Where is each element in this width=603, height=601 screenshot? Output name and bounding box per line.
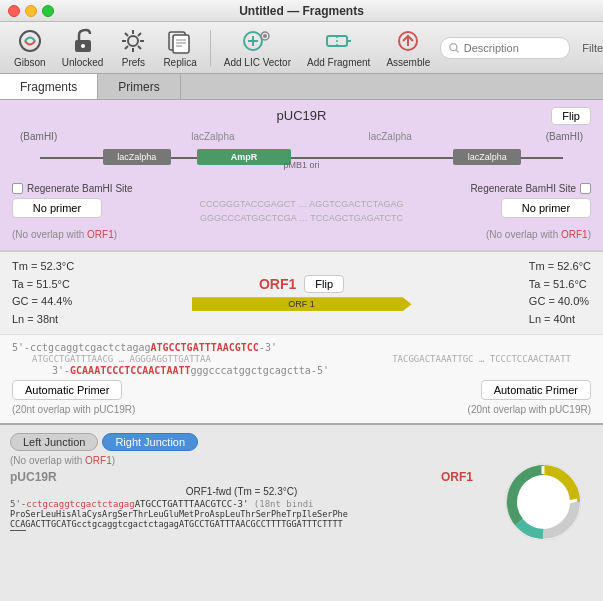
add-lic-vector-label: Add LIC Vector xyxy=(224,57,291,68)
left-junction-tab[interactable]: Left Junction xyxy=(10,433,98,451)
svg-line-31 xyxy=(569,500,577,502)
tab-primers[interactable]: Primers xyxy=(98,74,180,99)
orf-center: ORF1 Flip ORF 1 xyxy=(82,275,521,311)
junction-overlap-link: ORF1 xyxy=(85,455,112,466)
auto-primer-right-button[interactable]: Automatic Primer xyxy=(481,380,591,400)
fragment-name: pUC19R xyxy=(277,108,327,123)
lacz-right-label: lacZalpha xyxy=(368,131,411,142)
fragment-header: pUC19R Flip xyxy=(12,108,591,123)
orf-arrow-row: ORF 1 xyxy=(192,297,412,311)
svg-point-2 xyxy=(81,44,85,48)
search-icon xyxy=(449,42,459,54)
svg-point-32 xyxy=(521,480,565,524)
auto-primer-row: Automatic Primer Automatic Primer xyxy=(12,380,591,400)
junction-left-name: pUC19R xyxy=(10,470,57,484)
regenerate-row: Regenerate BamHI Site Regenerate BamHI S… xyxy=(12,183,591,194)
junction-aa-line2: CCAGACTTGCATGcctgcaggtcgactctagagATGCCTG… xyxy=(10,519,473,529)
junction-seq-red: cctgcaggtcgactctagag xyxy=(26,499,134,509)
prefs-button[interactable]: Prefs xyxy=(113,24,153,71)
assemble-label: Assemble xyxy=(386,57,430,68)
orf-name: ORF1 xyxy=(259,276,296,292)
toolbar-sep-1 xyxy=(210,30,211,66)
svg-point-21 xyxy=(263,34,267,38)
seq-line-3: 3'-GCAAATCCCTCCAACTAATTgggcccatggctgcagc… xyxy=(12,365,591,376)
svg-line-27 xyxy=(456,49,459,52)
junction-primer-label: ORF1-fwd (Tm = 52.3°C) xyxy=(10,486,473,497)
pmb1-label: pMB1 ori xyxy=(283,160,319,170)
lacz-right-block: lacZalpha xyxy=(453,149,521,165)
junction-aa-line1: ProSerLeuHisAlaCysArgSerThrLeuGluMetProA… xyxy=(10,509,473,519)
overlap-right: (No overlap with ORF1) xyxy=(486,229,591,240)
add-fragment-button[interactable]: Add Fragment xyxy=(301,24,376,71)
minimize-button[interactable] xyxy=(25,5,37,17)
orf-flip-button[interactable]: Flip xyxy=(304,275,344,293)
titlebar: Untitled — Fragments xyxy=(0,0,603,22)
seq-red-1: ATGCCTGATTTAACGTCC xyxy=(150,342,258,353)
assemble-button[interactable]: Assemble xyxy=(380,24,436,71)
overlap-bottom-left: (20nt overlap with pUC19R) xyxy=(12,404,135,415)
search-box[interactable] xyxy=(440,37,570,59)
seq-dots-left-1: ATGCCTGATTTAACG … AGGGAGGTTGATTAA xyxy=(32,354,211,364)
regen-right: Regenerate BamHI Site xyxy=(470,183,591,194)
gene-map: (BamHI) lacZalpha lacZalpha (BamHI) lacZ… xyxy=(20,131,583,179)
tm-right: Tm = 52.6°C xyxy=(529,258,591,276)
add-fragment-label: Add Fragment xyxy=(307,57,370,68)
svg-point-3 xyxy=(128,36,138,46)
junction-seq-line1: 5'-cctgcaggtcgactctagagATGCCTGATTTAACGTC… xyxy=(10,499,473,509)
unlocked-button[interactable]: Unlocked xyxy=(56,24,110,71)
close-button[interactable] xyxy=(8,5,20,17)
auto-primer-left-button[interactable]: Automatic Primer xyxy=(12,380,122,400)
regen-right-checkbox[interactable] xyxy=(580,183,591,194)
primer-seq-line1: CCCGGGTACCGAGCT … AGGTCGACTCTAGAG xyxy=(199,198,403,212)
tabbar: Fragments Primers xyxy=(0,74,603,100)
svg-rect-13 xyxy=(173,35,189,53)
junction-seq-black: ATGCCTGATTTAACGTCC-3' xyxy=(135,499,249,509)
overlap-left: (No overlap with ORF1) xyxy=(12,229,117,240)
primer-row-top: No primer CCCGGGTACCGAGCT … AGGTCGACTCTA… xyxy=(12,198,591,225)
assemble-icon xyxy=(394,27,422,55)
bamhi-left-label: (BamHI) xyxy=(20,131,57,142)
lacz-left-block: lacZalpha xyxy=(103,149,171,165)
ln-left: Ln = 38nt xyxy=(12,311,74,329)
junction-right-name: ORF1 xyxy=(441,470,473,484)
flip-button-top[interactable]: Flip xyxy=(551,107,591,125)
primer-right-button[interactable]: No primer xyxy=(501,198,591,218)
gc-left: GC = 44.4% xyxy=(12,293,74,311)
seq-red-3: GCAAATCCCTCCAACTAATT xyxy=(70,365,190,376)
filter-button[interactable]: Filter xyxy=(578,40,603,56)
prefs-icon xyxy=(119,27,147,55)
junction-tabs: Left Junction Right Junction xyxy=(10,433,473,451)
svg-line-11 xyxy=(125,46,128,49)
svg-line-10 xyxy=(138,33,141,36)
svg-point-26 xyxy=(450,43,457,50)
gibson-label: Gibson xyxy=(14,57,46,68)
search-input[interactable] xyxy=(464,42,562,54)
ta-right: Ta = 51.6°C xyxy=(529,276,591,294)
orf-stats-right: Tm = 52.6°C Ta = 51.6°C GC = 40.0% Ln = … xyxy=(529,258,591,328)
overlap-bottom-row: (20nt overlap with pUC19R) (20nt overlap… xyxy=(12,404,591,415)
regen-left-checkbox[interactable] xyxy=(12,183,23,194)
primer-seq-line2: GGGCCCATGGCTCGA … TCCAGCTGAGATCTC xyxy=(199,212,403,226)
svg-point-0 xyxy=(20,31,40,51)
add-lic-vector-button[interactable]: Add LIC Vector xyxy=(218,24,297,71)
prefs-label: Prefs xyxy=(122,57,145,68)
primer-left-button[interactable]: No primer xyxy=(12,198,102,218)
primer-seq-center: CCCGGGTACCGAGCT … AGGTCGACTCTAGAG GGGCCC… xyxy=(199,198,403,225)
maximize-button[interactable] xyxy=(42,5,54,17)
tab-fragments[interactable]: Fragments xyxy=(0,74,98,99)
ln-right: Ln = 40nt xyxy=(529,311,591,329)
orf-stats-left: Tm = 52.3°C Ta = 51.5°C GC = 44.4% Ln = … xyxy=(12,258,74,328)
regen-left: Regenerate BamHI Site xyxy=(12,183,133,194)
junction-names: pUC19R ORF1 xyxy=(10,470,473,484)
replica-button[interactable]: Replica xyxy=(157,24,202,71)
overlap-bottom-right: (20nt overlap with pUC19R) xyxy=(468,404,591,415)
gene-arrow-row: lacZalpha AmpR lacZalpha pMB1 ori xyxy=(40,146,563,168)
right-junction-tab[interactable]: Right Junction xyxy=(102,433,198,451)
junction-overlap: (No overlap with ORF1) xyxy=(10,455,473,466)
gibson-button[interactable]: Gibson xyxy=(8,24,52,71)
seq-dots-right-1: TACGGACTAAATTGC … TCCCTCCAACTAATT xyxy=(392,354,571,364)
bottom-left: Left Junction Right Junction (No overlap… xyxy=(0,425,483,578)
primer-seq-section: 5'-cctgcaggtcgactctagagATGCCTGATTTAACGTC… xyxy=(0,334,603,423)
seq-line-1: 5'-cctgcaggtcgactctagagATGCCTGATTTAACGTC… xyxy=(12,342,591,353)
unlocked-label: Unlocked xyxy=(62,57,104,68)
